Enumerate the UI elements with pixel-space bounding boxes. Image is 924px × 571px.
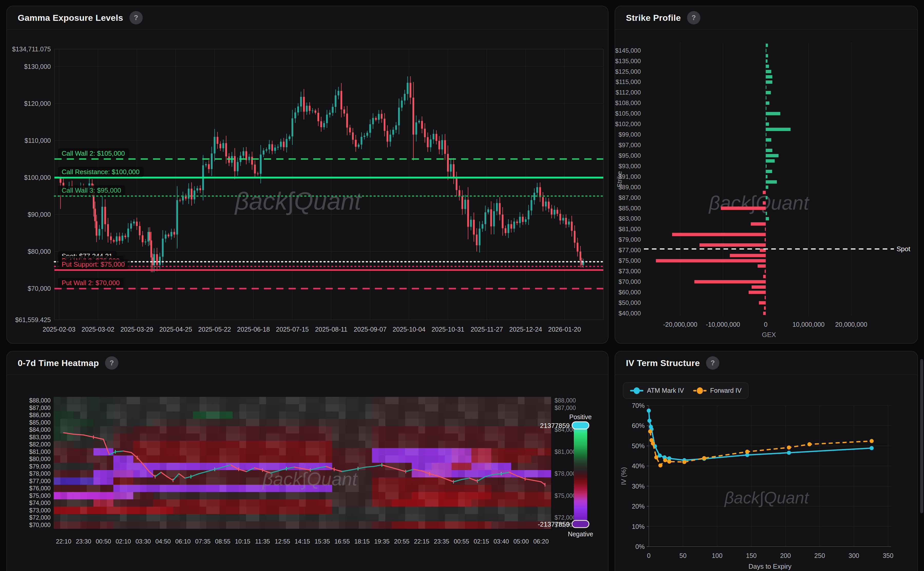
svg-text:$90,000: $90,000 bbox=[28, 211, 51, 218]
svg-text:$83,000: $83,000 bbox=[619, 215, 641, 222]
gamma-chart[interactable]: $130,000$120,000$110,000$100,000$90,000$… bbox=[7, 30, 608, 343]
svg-text:22:10: 22:10 bbox=[56, 538, 71, 545]
page-scrollbar bbox=[920, 0, 923, 571]
svg-text:2025-06-18: 2025-06-18 bbox=[237, 326, 270, 333]
help-icon[interactable]: ? bbox=[105, 356, 119, 370]
svg-text:2025-09-07: 2025-09-07 bbox=[354, 326, 387, 333]
svg-text:30%: 30% bbox=[632, 483, 645, 490]
time-heatmap-panel: 0-7d Time Heatmap ? $88,000$87,000$86,00… bbox=[6, 351, 608, 571]
svg-text:16:55: 16:55 bbox=[334, 538, 350, 545]
svg-text:-21377859: -21377859 bbox=[538, 520, 570, 528]
svg-text:60%: 60% bbox=[632, 422, 645, 429]
svg-text:250: 250 bbox=[815, 552, 825, 559]
svg-text:$86,000: $86,000 bbox=[29, 412, 51, 418]
gamma-panel-header: Gamma Exposure Levels ? bbox=[7, 6, 608, 30]
svg-text:$112,000: $112,000 bbox=[616, 89, 641, 96]
heatmap-panel-header: 0-7d Time Heatmap ? bbox=[7, 351, 608, 375]
svg-text:$145,000: $145,000 bbox=[615, 47, 641, 54]
svg-text:12:55: 12:55 bbox=[275, 538, 290, 545]
svg-text:Call Wall 3: $95,000: Call Wall 3: $95,000 bbox=[62, 187, 121, 194]
svg-text:$84,000: $84,000 bbox=[29, 426, 51, 433]
svg-text:$61,559.425: $61,559.425 bbox=[15, 316, 51, 323]
svg-text:23:30: 23:30 bbox=[76, 538, 91, 545]
svg-text:$73,000: $73,000 bbox=[29, 507, 51, 514]
svg-text:2025-08-11: 2025-08-11 bbox=[315, 326, 347, 333]
svg-text:50%: 50% bbox=[632, 442, 645, 449]
forward-line-marker-icon bbox=[693, 387, 707, 394]
svg-text:$75,000: $75,000 bbox=[29, 492, 51, 499]
heatmap-chart[interactable]: $88,000$87,000$86,000$85,000$84,000$83,0… bbox=[7, 375, 608, 571]
svg-text:0: 0 bbox=[764, 321, 768, 328]
svg-text:$87,000: $87,000 bbox=[29, 404, 51, 411]
svg-text:2025-05-22: 2025-05-22 bbox=[198, 326, 231, 333]
svg-text:Call Resistance: $100,000: Call Resistance: $100,000 bbox=[62, 168, 140, 176]
svg-text:Days to Expiry: Days to Expiry bbox=[748, 563, 792, 570]
legend-item-forward-iv[interactable]: Forward IV bbox=[693, 387, 741, 394]
legend-label: Forward IV bbox=[710, 387, 741, 394]
svg-text:-20,000,000: -20,000,000 bbox=[663, 321, 697, 328]
svg-text:2025-03-29: 2025-03-29 bbox=[120, 326, 153, 333]
svg-text:$60,000: $60,000 bbox=[619, 289, 641, 296]
svg-text:10,000,000: 10,000,000 bbox=[792, 321, 824, 328]
svg-text:02:15: 02:15 bbox=[474, 538, 489, 545]
svg-text:$97,000: $97,000 bbox=[619, 142, 641, 148]
strike-panel-header: Strike Profile ? bbox=[615, 6, 917, 30]
iv-chart[interactable]: 0%10%20%30%40%50%60%70%05010015020025030… bbox=[615, 375, 917, 571]
svg-text:$72,000: $72,000 bbox=[554, 514, 576, 521]
svg-text:$81,000: $81,000 bbox=[554, 449, 576, 455]
svg-text:$85,000: $85,000 bbox=[619, 205, 641, 211]
svg-text:07:35: 07:35 bbox=[195, 538, 211, 545]
svg-text:$78,000: $78,000 bbox=[554, 470, 576, 477]
svg-text:$87,000: $87,000 bbox=[554, 404, 576, 411]
svg-text:$50,000: $50,000 bbox=[619, 299, 641, 306]
svg-text:22:15: 22:15 bbox=[414, 538, 429, 545]
svg-text:$99,000: $99,000 bbox=[619, 131, 641, 138]
svg-text:Negative: Negative bbox=[568, 531, 593, 538]
svg-text:0%: 0% bbox=[635, 543, 645, 550]
svg-text:150: 150 bbox=[746, 552, 757, 559]
svg-text:40%: 40% bbox=[632, 462, 645, 469]
svg-text:$85,000: $85,000 bbox=[29, 419, 51, 426]
svg-text:$74,000: $74,000 bbox=[29, 500, 51, 506]
svg-text:$40,000: $40,000 bbox=[619, 310, 641, 317]
svg-text:$82,000: $82,000 bbox=[29, 441, 51, 448]
scrollbar-thumb[interactable] bbox=[920, 359, 923, 513]
svg-text:$77,000: $77,000 bbox=[619, 247, 641, 253]
svg-text:50: 50 bbox=[679, 552, 687, 559]
svg-text:$87,000: $87,000 bbox=[619, 194, 641, 201]
svg-text:$110,000: $110,000 bbox=[25, 137, 51, 144]
svg-text:$75,000: $75,000 bbox=[619, 257, 641, 264]
help-icon[interactable]: ? bbox=[687, 11, 701, 25]
svg-text:$77,000: $77,000 bbox=[29, 478, 51, 485]
help-icon[interactable]: ? bbox=[706, 356, 719, 370]
atm-line-marker-icon bbox=[630, 387, 644, 394]
svg-text:$102,000: $102,000 bbox=[615, 120, 641, 127]
svg-text:$115,000: $115,000 bbox=[616, 78, 641, 85]
svg-text:βack∫Quant: βack∫Quant bbox=[724, 489, 809, 507]
strike-chart[interactable]: -20,000,000-10,000,000010,000,00020,000,… bbox=[615, 30, 917, 343]
svg-text:2025-04-25: 2025-04-25 bbox=[159, 326, 192, 333]
svg-text:$79,000: $79,000 bbox=[619, 236, 641, 243]
svg-text:14:15: 14:15 bbox=[294, 538, 310, 545]
svg-text:$73,000: $73,000 bbox=[619, 268, 641, 275]
iv-legend: ATM Mark IV Forward IV bbox=[623, 382, 748, 399]
svg-text:10%: 10% bbox=[632, 523, 645, 530]
legend-item-atm-mark-iv[interactable]: ATM Mark IV bbox=[630, 387, 684, 394]
svg-text:$88,000: $88,000 bbox=[29, 397, 51, 404]
svg-text:Spot: Spot bbox=[896, 245, 910, 253]
svg-text:$80,000: $80,000 bbox=[29, 456, 51, 462]
help-icon[interactable]: ? bbox=[129, 11, 143, 25]
svg-text:20%: 20% bbox=[632, 503, 645, 510]
svg-text:15:35: 15:35 bbox=[314, 538, 330, 545]
svg-text:100: 100 bbox=[711, 552, 722, 559]
svg-text:IV (%): IV (%) bbox=[620, 467, 627, 485]
svg-text:$93,000: $93,000 bbox=[619, 163, 641, 170]
svg-text:-10,000,000: -10,000,000 bbox=[706, 321, 740, 328]
svg-text:$76,000: $76,000 bbox=[29, 485, 51, 492]
svg-text:$120,000: $120,000 bbox=[24, 100, 51, 107]
svg-text:GEX: GEX bbox=[762, 331, 776, 338]
svg-text:$125,000: $125,000 bbox=[615, 68, 641, 75]
svg-text:21377859: 21377859 bbox=[540, 422, 570, 429]
svg-text:$78,000: $78,000 bbox=[29, 470, 51, 477]
svg-text:20,000,000: 20,000,000 bbox=[835, 321, 867, 328]
